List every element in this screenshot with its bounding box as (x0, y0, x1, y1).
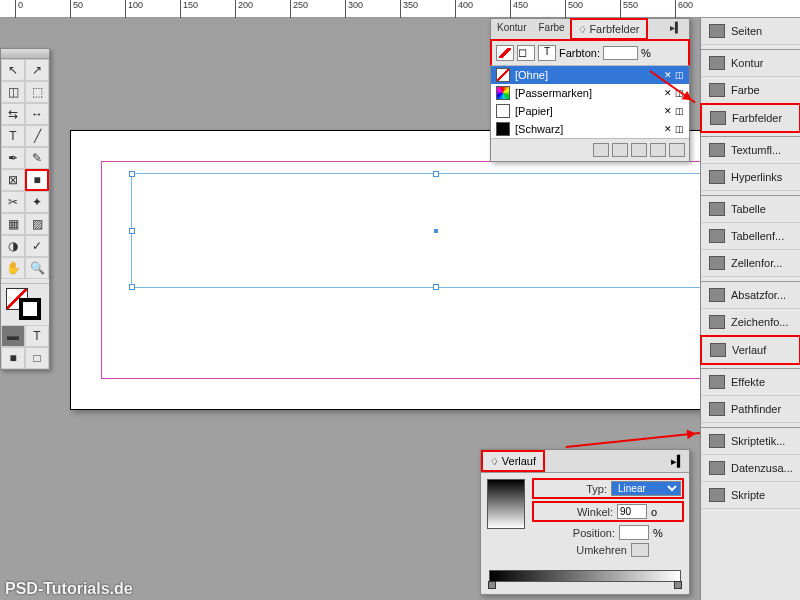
char-icon (709, 315, 725, 329)
toolbox-grip[interactable] (1, 49, 49, 59)
stroke-swatch[interactable] (19, 298, 41, 320)
dock-label: Kontur (731, 57, 763, 69)
content-tool[interactable]: ⇆ (1, 103, 25, 125)
stag-icon (709, 434, 725, 448)
container-formatting-icon[interactable]: ◻ (517, 45, 535, 61)
gradient-stop-end[interactable] (674, 581, 682, 589)
gradient-position-input[interactable] (619, 525, 649, 540)
gradient-type-select[interactable]: Linear (611, 481, 681, 496)
gradient-stop-start[interactable] (488, 581, 496, 589)
dock-label: Tabelle (731, 203, 766, 215)
dock-item-tablef[interactable]: Tabellenf... (701, 223, 800, 250)
type-tool[interactable]: T (1, 125, 25, 147)
rectangle-tool[interactable]: ■ (25, 169, 49, 191)
tab-verlauf[interactable]: ♢ Verlauf (481, 450, 545, 472)
swatch-row[interactable]: [Passermarken]✕ ◫ (491, 84, 689, 102)
eyedropper-tool[interactable]: ✓ (25, 235, 49, 257)
dock-item-wrap[interactable]: Textumfl... (701, 136, 800, 164)
dock-item-grad[interactable]: Verlauf (700, 335, 800, 365)
selected-rectangle[interactable] (131, 173, 741, 288)
tab-farbfelder[interactable]: ♢ Farbfelder (570, 18, 648, 40)
horizontal-ruler: 0 50 100 150 200 250 300 350 400 450 500… (0, 0, 800, 18)
pencil-tool[interactable]: ✎ (25, 147, 49, 169)
fill-stroke-swatch[interactable] (1, 283, 49, 325)
reverse-button[interactable] (631, 543, 649, 557)
tab-kontur[interactable]: Kontur (491, 19, 532, 39)
dock-item-fx[interactable]: Effekte (701, 368, 800, 396)
text-formatting-icon[interactable]: T (538, 45, 556, 61)
mode-normal[interactable]: ■ (1, 347, 25, 369)
frame-tool[interactable]: ⊠ (1, 169, 25, 191)
fill-stroke-toggle[interactable] (496, 45, 514, 61)
handle-top-mid[interactable] (433, 171, 439, 177)
dock-item-data[interactable]: Datenzusa... (701, 455, 800, 482)
gradient-panel: ♢ Verlauf ▸▍ Typ: Linear Winkel: o Posit… (480, 449, 690, 595)
swatches-panel: Kontur Farbe ♢ Farbfelder ▸▍ ◻ T Farbton… (490, 18, 690, 162)
gradient-swatch-tool[interactable]: ▦ (1, 213, 25, 235)
hand-tool[interactable]: ✋ (1, 257, 25, 279)
script-icon (709, 488, 725, 502)
dock-item-table[interactable]: Tabelle (701, 195, 800, 223)
gradient-angle-input[interactable] (617, 504, 647, 519)
dock-item-pages[interactable]: Seiten (701, 18, 800, 45)
wrap-icon (709, 143, 725, 157)
page-tool[interactable]: ◫ (1, 81, 25, 103)
line-tool[interactable]: ╱ (25, 125, 49, 147)
tint-input[interactable] (603, 46, 638, 60)
dock-item-stag[interactable]: Skriptetik... (701, 427, 800, 455)
handle-mid-left[interactable] (129, 228, 135, 234)
dock-item-script[interactable]: Skripte (701, 482, 800, 509)
swatch-name: [Passermarken] (515, 87, 592, 99)
zoom-tool[interactable]: 🔍 (25, 257, 49, 279)
swatch-row[interactable]: [Papier]✕ ◫ (491, 102, 689, 120)
dock-label: Zeichenfo... (731, 316, 788, 328)
swatch-row[interactable]: [Schwarz]✕ ◫ (491, 120, 689, 138)
data-icon (709, 461, 725, 475)
apply-color[interactable]: ▬ (1, 325, 25, 347)
note-tool[interactable]: ◑ (1, 235, 25, 257)
gradient-ramp[interactable] (489, 570, 681, 582)
handle-center[interactable] (434, 229, 438, 233)
show-gradient-swatches-icon[interactable] (631, 143, 647, 157)
dock-item-para[interactable]: Absatzfor... (701, 281, 800, 309)
angle-unit: o (651, 506, 681, 518)
scissors-tool[interactable]: ✂ (1, 191, 25, 213)
swatches-tabs: Kontur Farbe ♢ Farbfelder ▸▍ (491, 19, 689, 40)
swatches-footer (491, 138, 689, 161)
apply-gradient[interactable]: T (25, 325, 49, 347)
delete-swatch-icon[interactable] (669, 143, 685, 157)
new-swatch-icon[interactable] (650, 143, 666, 157)
gap-tool[interactable]: ⬚ (25, 81, 49, 103)
dock-item-path[interactable]: Pathfinder (701, 396, 800, 423)
pen-tool[interactable]: ✒ (1, 147, 25, 169)
gradient-feather-tool[interactable]: ▨ (25, 213, 49, 235)
dock-label: Textumfl... (731, 144, 781, 156)
panel-menu-icon[interactable]: ▸▍ (664, 19, 689, 39)
mode-preview[interactable]: □ (25, 347, 49, 369)
dock-item-link[interactable]: Hyperlinks (701, 164, 800, 191)
direct-selection-tool[interactable]: ↗ (25, 59, 49, 81)
handle-bottom-left[interactable] (129, 284, 135, 290)
show-color-swatches-icon[interactable] (612, 143, 628, 157)
dock-item-char[interactable]: Zeichenfo... (701, 309, 800, 336)
swatches-icon (710, 111, 726, 125)
show-all-swatches-icon[interactable] (593, 143, 609, 157)
handle-top-left[interactable] (129, 171, 135, 177)
swatch-flags: ✕ ◫ (664, 124, 684, 134)
dock-item-swatches[interactable]: Farbfelder (700, 103, 800, 133)
transform-tool[interactable]: ✦ (25, 191, 49, 213)
dock-item-stroke[interactable]: Kontur (701, 49, 800, 77)
selection-tool[interactable]: ↖ (1, 59, 25, 81)
dock-label: Skriptetik... (731, 435, 785, 447)
tint-label: Farbton: (559, 47, 600, 59)
swatch-row[interactable]: [Ohne]✕ ◫ (491, 66, 689, 84)
content-tool-2[interactable]: ↔ (25, 103, 49, 125)
panel-menu-icon[interactable]: ▸▍ (671, 455, 685, 468)
tab-farbe[interactable]: Farbe (532, 19, 570, 39)
dock-label: Pathfinder (731, 403, 781, 415)
document-page[interactable] (70, 130, 710, 410)
dock-item-color[interactable]: Farbe (701, 77, 800, 104)
dock-item-cell[interactable]: Zellenfor... (701, 250, 800, 277)
handle-bottom-mid[interactable] (433, 284, 439, 290)
gradient-preview[interactable] (487, 479, 525, 529)
